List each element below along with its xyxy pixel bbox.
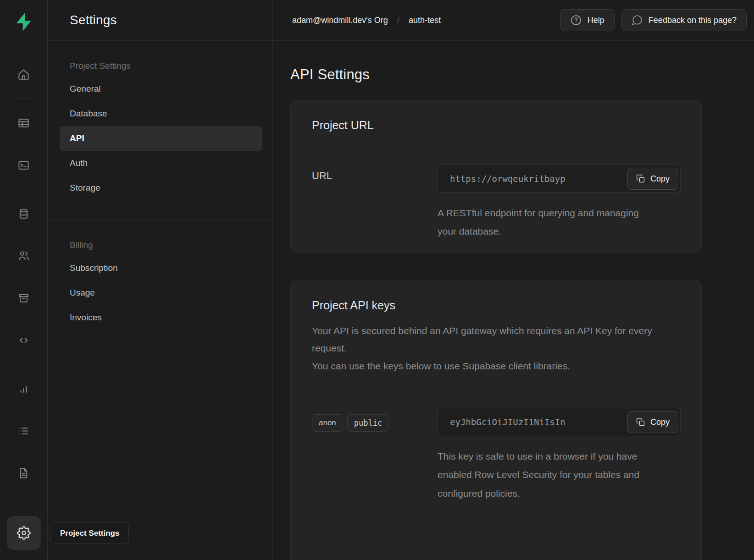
url-label-column: URL <box>312 165 438 241</box>
home-icon <box>17 68 30 81</box>
help-circle-icon <box>570 14 582 26</box>
nav-section-billing: Billing <box>70 240 261 250</box>
api-keys-card: Project API keys Your API is secured beh… <box>290 280 702 560</box>
settings-nav-panel: Settings Project Settings General Databa… <box>48 0 273 560</box>
page-title: API Settings <box>290 66 754 83</box>
copy-key-label: Copy <box>650 417 670 427</box>
reports-chart-icon <box>17 383 30 395</box>
public-badge: public <box>347 414 389 432</box>
help-label: Help <box>588 16 604 25</box>
supabase-logo[interactable] <box>0 0 47 44</box>
nav-section-project-settings: Project Settings <box>70 61 261 71</box>
storage-archive-icon <box>17 292 30 304</box>
nav-item-invoices[interactable]: Invoices <box>70 305 261 330</box>
key-description: This key is safe to use in a browser if … <box>438 447 671 503</box>
sidebar-item-storage[interactable] <box>12 286 36 310</box>
url-description: A RESTful endpoint for querying and mana… <box>438 204 649 241</box>
nav-item-general[interactable]: General <box>70 77 261 101</box>
url-label: URL <box>312 170 438 182</box>
api-keys-card-body: anon public eyJhbGciOiJIUzI1NiIsIn <box>291 391 701 514</box>
settings-gear-icon <box>17 526 31 540</box>
nav-item-storage[interactable]: Storage <box>70 176 261 200</box>
main-header: adam@windmill.dev's Org / auth-test Help <box>273 0 754 41</box>
sidebar-item-reports[interactable] <box>12 377 36 401</box>
help-button[interactable]: Help <box>560 9 615 31</box>
api-keys-description-line1: Your API is secured behind an API gatewa… <box>312 322 679 358</box>
project-settings-tooltip: Project Settings <box>50 522 129 544</box>
sidebar-item-database[interactable] <box>12 202 36 225</box>
sidebar-item-docs[interactable] <box>12 461 36 485</box>
logs-list-icon <box>17 425 30 437</box>
copy-icon <box>636 174 645 183</box>
copy-url-button[interactable]: Copy <box>627 168 678 190</box>
main-content: API Settings Project URL URL https://orw… <box>273 41 754 560</box>
nav-item-auth[interactable]: Auth <box>70 151 261 176</box>
key-field-wrapper: eyJhbGciOiJIUzI1NiIsIn Copy <box>438 408 681 436</box>
copy-key-button[interactable]: Copy <box>627 411 678 433</box>
project-url-card-body: URL https://orwqeukritbayp Copy <box>291 148 701 252</box>
project-url-title: Project URL <box>312 119 680 132</box>
sql-editor-terminal-icon <box>17 159 30 171</box>
settings-title: Settings <box>70 13 117 27</box>
feedback-label: Feedback on this page? <box>649 16 737 25</box>
key-badges-column: anon public <box>312 408 438 503</box>
settings-nav-body: Project Settings General Database API Au… <box>48 41 272 330</box>
sidebar-item-table-editor[interactable] <box>12 111 36 135</box>
billing-list: Subscription Usage Invoices <box>70 256 261 330</box>
project-url-card: Project URL URL https://orwqeukritbayp <box>290 100 702 253</box>
tooltip-label: Project Settings <box>60 529 119 538</box>
copy-icon <box>636 417 645 427</box>
sidebar-item-sql-editor[interactable] <box>12 153 36 177</box>
key-value-column: eyJhbGciOiJIUzI1NiIsIn Copy This key is … <box>438 408 681 503</box>
settings-nav-header: Settings <box>48 0 272 41</box>
anon-badge: anon <box>312 414 343 432</box>
api-keys-description: Your API is secured behind an API gatewa… <box>312 322 679 376</box>
copy-url-label: Copy <box>650 174 670 184</box>
breadcrumb-separator: / <box>397 15 399 25</box>
divider <box>15 98 33 99</box>
nav-item-usage[interactable]: Usage <box>70 280 261 305</box>
feedback-button[interactable]: Feedback on this page? <box>621 9 747 31</box>
divider <box>15 189 33 189</box>
breadcrumb: adam@windmill.dev's Org / auth-test <box>292 15 441 25</box>
icon-sidebar <box>0 0 48 560</box>
sidebar-item-logs[interactable] <box>12 419 36 443</box>
sidebar-item-authentication[interactable] <box>12 244 36 268</box>
nav-item-database[interactable]: Database <box>70 101 261 126</box>
api-keys-title: Project API keys <box>312 299 680 312</box>
divider <box>15 364 33 364</box>
table-editor-icon <box>17 117 30 129</box>
docs-file-icon <box>17 467 30 479</box>
divider <box>48 220 272 220</box>
header-actions: Help Feedback on this page? <box>560 9 747 31</box>
app-root: Project Settings Settings Project Settin… <box>0 0 754 560</box>
api-keys-description-line2: You can use the keys below to use Supaba… <box>312 357 679 375</box>
key-badges: anon public <box>312 413 438 432</box>
sidebar-item-home[interactable] <box>12 62 36 86</box>
project-url-card-header: Project URL <box>291 100 701 148</box>
database-icon <box>17 208 30 220</box>
project-settings-list: General Database API Auth Storage <box>70 77 261 200</box>
url-value-column: https://orwqeukritbayp Copy A RESTful en… <box>438 165 681 241</box>
nav-item-api[interactable]: API <box>60 126 262 151</box>
url-field-wrapper: https://orwqeukritbayp Copy <box>438 165 681 193</box>
main-area: adam@windmill.dev's Org / auth-test Help <box>273 0 754 560</box>
auth-users-icon <box>17 250 30 262</box>
breadcrumb-project[interactable]: auth-test <box>409 16 441 25</box>
supabase-bolt-icon <box>13 11 34 33</box>
next-key-row-cutoff <box>291 535 701 560</box>
edge-functions-code-icon <box>17 334 30 346</box>
breadcrumb-org[interactable]: adam@windmill.dev's Org <box>292 16 388 25</box>
sidebar-item-project-settings[interactable] <box>7 516 41 550</box>
nav-item-subscription[interactable]: Subscription <box>70 256 261 280</box>
sidebar-item-edge-functions[interactable] <box>12 328 36 352</box>
api-keys-card-header: Project API keys Your API is secured beh… <box>291 280 701 391</box>
speech-bubble-icon <box>631 14 643 26</box>
